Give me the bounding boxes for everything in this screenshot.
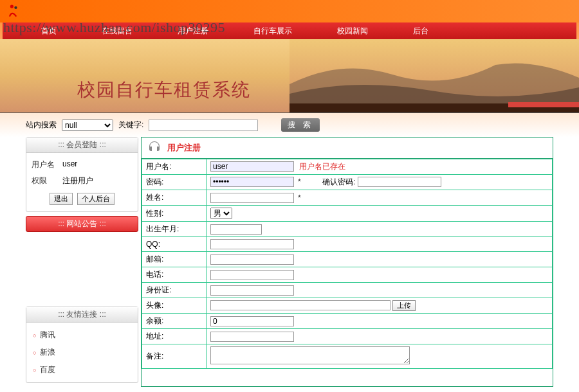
banner-title: 校园自行车租赁系统: [77, 78, 251, 102]
required-star: *: [298, 177, 301, 186]
email-label: 邮箱:: [142, 252, 207, 267]
svg-point-1: [14, 6, 17, 9]
username-input[interactable]: [210, 161, 294, 172]
gender-label: 性别:: [142, 206, 207, 222]
birth-label: 出生年月:: [142, 222, 207, 237]
name-input[interactable]: [210, 193, 294, 203]
sidebar: ::: 会员登陆 ::: 用户名user 权限注册用户 退出 个人后台 ::: …: [26, 137, 138, 387]
friend-link[interactable]: 百度: [30, 361, 134, 379]
watermark-text: https://www.huzhan.com/ishop30295: [3, 19, 225, 36]
login-user-label: 用户名: [32, 159, 57, 170]
keyword-input[interactable]: [149, 120, 258, 131]
login-role-value: 注册用户: [62, 175, 93, 186]
idcard-label: 身份证:: [142, 283, 207, 298]
qq-input[interactable]: [210, 239, 294, 249]
qq-label: QQ:: [142, 237, 207, 252]
nav-bikes[interactable]: 自行车展示: [231, 26, 315, 37]
remark-label: 备注:: [142, 344, 207, 369]
login-user-value: user: [62, 159, 77, 170]
keyword-label: 关键字:: [118, 120, 143, 130]
phone-input[interactable]: [210, 270, 294, 280]
register-title: 用户注册: [167, 142, 201, 154]
password-label: 密码:: [142, 175, 207, 190]
email-input[interactable]: [210, 254, 294, 265]
svg-rect-4: [508, 102, 579, 107]
address-label: 地址:: [142, 329, 207, 344]
friend-link[interactable]: 腾讯: [30, 326, 134, 344]
upload-button[interactable]: 上传: [392, 300, 416, 311]
gender-select[interactable]: 男: [210, 208, 232, 219]
links-panel: ::: 友情连接 ::: 腾讯 新浪 百度: [26, 307, 138, 383]
login-role-label: 权限: [32, 175, 57, 186]
nav-news[interactable]: 校园新闻: [315, 26, 391, 37]
mountain-scene-icon: [290, 39, 579, 113]
username-error: 用户名已存在: [299, 162, 345, 171]
search-button[interactable]: 搜 索: [281, 118, 319, 132]
address-input[interactable]: [210, 332, 294, 342]
idcard-input[interactable]: [210, 285, 294, 296]
phone-label: 电话:: [142, 267, 207, 283]
user-center-button[interactable]: 个人后台: [77, 193, 115, 205]
headset-icon: [147, 140, 162, 156]
confirm-password-input[interactable]: [358, 177, 441, 187]
notice-panel-head: ::: 网站公告 :::: [26, 216, 138, 232]
banner: 校园自行车租赁系统: [0, 39, 579, 113]
password-input[interactable]: [210, 177, 294, 187]
search-label: 站内搜索: [26, 120, 57, 130]
logout-button[interactable]: 退出: [50, 193, 73, 205]
balance-input[interactable]: [210, 316, 294, 326]
logo-icon: [5, 3, 22, 19]
birth-input[interactable]: [210, 224, 262, 235]
register-form: 用户名: 用户名已存在 密码: * 确认密码: 姓名: * 性别: 男 出生年月…: [142, 159, 553, 369]
login-panel-head: ::: 会员登陆 :::: [26, 138, 138, 153]
svg-point-0: [10, 4, 14, 8]
confirm-password-label: 确认密码:: [322, 177, 355, 186]
search-bar: 站内搜索 null 关键字: 搜 索: [0, 113, 579, 137]
search-category-select[interactable]: null: [62, 120, 113, 131]
username-label: 用户名:: [142, 159, 207, 175]
register-panel: 用户注册 用户名: 用户名已存在 密码: * 确认密码: 姓名: * 性别: 男…: [141, 137, 553, 387]
avatar-label: 头像:: [142, 298, 207, 314]
links-panel-head: ::: 友情连接 :::: [26, 307, 138, 323]
balance-label: 余额:: [142, 314, 207, 329]
friend-link[interactable]: 新浪: [30, 344, 134, 361]
avatar-input[interactable]: [210, 300, 391, 310]
name-label: 姓名:: [142, 190, 207, 206]
nav-admin[interactable]: 后台: [391, 26, 451, 37]
login-panel: ::: 会员登陆 ::: 用户名user 权限注册用户 退出 个人后台: [26, 137, 138, 212]
required-star: *: [298, 193, 301, 202]
remark-textarea[interactable]: [210, 346, 410, 364]
